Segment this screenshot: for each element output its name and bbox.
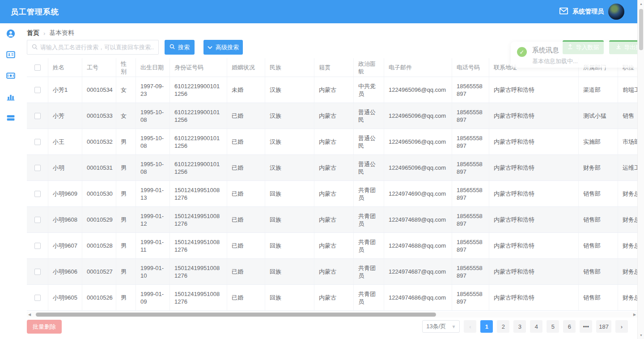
cell-political-status: 共青团员: [354, 285, 384, 310]
table-row[interactable]: 小芳00010533女1995-10-08610122199001011256已…: [27, 103, 637, 129]
advanced-search-label: 高级搜索: [216, 43, 239, 51]
chevron-down-icon: [208, 44, 212, 51]
scroll-up-icon[interactable]: ▲: [638, 2, 644, 5]
breadcrumb: 首页 › 基本资料: [27, 29, 74, 37]
cell-position: 财务总: [618, 259, 637, 284]
cell-email: 1224965096@qq.com: [384, 129, 452, 154]
row-checkbox[interactable]: [34, 295, 41, 301]
cell-gender: 男: [116, 285, 136, 310]
breadcrumb-home[interactable]: 首页: [27, 29, 39, 37]
page-button-1[interactable]: 1: [480, 320, 493, 333]
checkbox-cell: [27, 181, 48, 206]
select-chevron-icon: ▼: [451, 324, 456, 329]
user-icon[interactable]: [6, 29, 15, 38]
cell-name: 小明9609: [48, 181, 82, 206]
cell-birth-date: 1995-10-08: [136, 129, 170, 154]
row-checkbox[interactable]: [34, 191, 41, 197]
bar-chart-icon[interactable]: [6, 92, 15, 101]
row-checkbox[interactable]: [34, 87, 41, 93]
advanced-search-button[interactable]: 高级搜索: [203, 40, 243, 55]
cell-ethnicity: 汉族: [265, 129, 314, 154]
vertical-scroll-thumb[interactable]: [639, 9, 643, 50]
table-row[interactable]: 小明960700010528男1999-01-11150124199510081…: [27, 233, 637, 259]
mail-icon[interactable]: [559, 8, 568, 16]
table-row[interactable]: 小明960900010530男1999-01-13150124199510081…: [27, 181, 637, 207]
cell-native-place: 内蒙古: [314, 233, 354, 258]
cell-marital-status: 已婚: [227, 103, 265, 129]
cell-employee-id: 00010526: [82, 285, 116, 310]
employee-management-app: 员工管理系统 系统管理员 首页 › 基本资料 搜索: [0, 0, 644, 339]
cell-birth-date: 1999-01-09: [136, 285, 170, 310]
prev-page-button[interactable]: ‹: [464, 320, 476, 333]
column-header-political-status: 政治面貌: [354, 58, 384, 77]
app-title: 员工管理系统: [11, 7, 59, 17]
scroll-down-icon[interactable]: ▼: [638, 334, 644, 337]
select-all-checkbox[interactable]: [34, 64, 41, 71]
cell-native-place: 内蒙古: [314, 103, 354, 129]
table-row[interactable]: 小明960500010526男1999-01-09150124199510081…: [27, 285, 637, 311]
column-header-phone: 电话号码: [452, 58, 489, 77]
page-button-187[interactable]: 187: [596, 320, 611, 333]
search-input[interactable]: [40, 44, 154, 51]
page-button-6[interactable]: 6: [563, 320, 576, 333]
page-button-2[interactable]: 2: [497, 320, 509, 333]
cell-email: 1224974686@qq.com: [384, 285, 452, 310]
cell-gender: 女: [116, 77, 136, 103]
batch-delete-button[interactable]: 批量删除: [27, 320, 62, 334]
horizontal-scroll-track[interactable]: [32, 312, 632, 317]
cell-name: 小明9605: [48, 285, 82, 310]
pagination: 13条/页 ▼ ‹123456•••187›: [422, 320, 628, 333]
page-button-3[interactable]: 3: [513, 320, 526, 333]
topbar-user-area[interactable]: 系统管理员: [559, 4, 624, 20]
cell-position: 财务总: [618, 233, 637, 258]
cell-address: 内蒙古呼和浩特: [489, 77, 579, 103]
cell-name: 小明: [48, 155, 82, 180]
scroll-right-icon[interactable]: ▶: [632, 313, 637, 317]
column-header-email: 电子邮件: [384, 58, 452, 77]
next-page-button[interactable]: ›: [615, 320, 628, 333]
cell-native-place: 内蒙古: [314, 259, 354, 284]
cell-birth-date: 1999-01-12: [136, 207, 170, 232]
cell-marital-status: 未婚: [227, 77, 265, 103]
row-checkbox[interactable]: [34, 217, 41, 223]
row-checkbox[interactable]: [34, 243, 41, 249]
row-checkbox[interactable]: [34, 269, 41, 275]
cell-position: 运维工: [618, 155, 637, 180]
menu-cards-icon[interactable]: [6, 113, 15, 122]
cell-marital-status: 已婚: [227, 259, 265, 284]
avatar[interactable]: [608, 4, 624, 20]
page-button-5[interactable]: 5: [547, 320, 559, 333]
cell-id-number: 150124199510081276: [170, 285, 227, 310]
cell-gender: 男: [116, 233, 136, 258]
id-card-icon[interactable]: [6, 50, 15, 59]
row-checkbox[interactable]: [34, 113, 41, 119]
table-row[interactable]: 小明960800010529男1999-01-12150124199510081…: [27, 207, 637, 233]
column-header-native-place: 籍贯: [314, 58, 354, 77]
money-icon[interactable]: [6, 71, 15, 80]
checkbox-cell: [27, 207, 48, 232]
horizontal-scroll-thumb[interactable]: [36, 313, 436, 317]
cell-name: 小芳1: [48, 77, 82, 103]
cell-department: 销售部: [579, 181, 618, 206]
more-pages-button[interactable]: •••: [580, 320, 592, 333]
search-button[interactable]: 搜索: [165, 40, 195, 55]
cell-address: 内蒙古呼和浩特: [489, 207, 579, 232]
table-row[interactable]: 小明960600010527男1999-01-10150124199510081…: [27, 259, 637, 285]
cell-department: 财务部: [579, 155, 618, 180]
cell-id-number: 150124199510081276: [170, 233, 227, 258]
cell-political-status: 普通公民: [354, 103, 384, 129]
row-checkbox[interactable]: [34, 139, 41, 145]
cell-birth-date: 1999-01-13: [136, 181, 170, 206]
cell-employee-id: 00010532: [82, 129, 116, 154]
table-row[interactable]: 小芳100010534女1997-09-23610122199001011256…: [27, 77, 637, 103]
table-row[interactable]: 小王00010532男1995-10-08610122199001011256已…: [27, 129, 637, 155]
vertical-scrollbar[interactable]: ▲ ▼: [637, 0, 644, 339]
row-checkbox[interactable]: [34, 165, 41, 171]
page-size-select[interactable]: 13条/页 ▼: [422, 320, 460, 333]
horizontal-scrollbar[interactable]: ◀ ▶: [27, 312, 637, 318]
breadcrumb-separator-icon: ›: [43, 30, 45, 37]
page-button-4[interactable]: 4: [530, 320, 542, 333]
table-row[interactable]: 小明00010531男1995-10-08610122199001011256已…: [27, 155, 637, 181]
scroll-left-icon[interactable]: ◀: [27, 313, 32, 317]
cell-native-place: 内蒙古: [314, 129, 354, 154]
